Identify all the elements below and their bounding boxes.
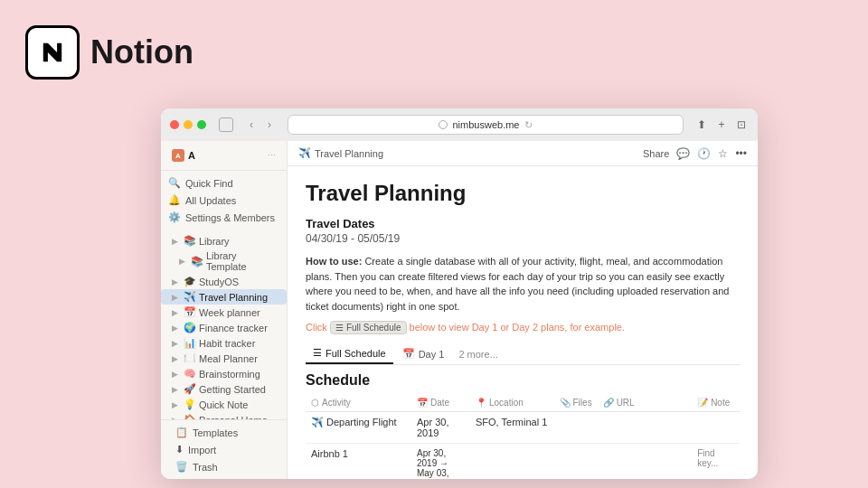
share-icon[interactable]: ⬆ — [694, 117, 709, 132]
sidebar-item-templates[interactable]: 📋 Templates — [168, 424, 279, 441]
tab-day1[interactable]: 📅 Day 1 — [395, 344, 452, 363]
browser-chrome: ‹ › nimbusweb.me ↻ ⬆ + ⊡ — [161, 108, 758, 141]
breadcrumb: ✈️ Travel Planning — [298, 147, 383, 159]
top-bar: ✈️ Travel Planning Share 💬 🕐 ☆ ••• — [288, 141, 758, 166]
page-icon: 🌍 — [184, 322, 196, 333]
import-icon: ⬇ — [175, 444, 184, 455]
sidebar-item-settings[interactable]: ⚙️ Settings & Members — [161, 209, 287, 226]
row-activity: Airbnb 1 — [306, 444, 411, 480]
row-icon: ✈️ — [311, 417, 324, 427]
url-text: nimbusweb.me — [453, 119, 520, 130]
sidebar-item-quicknote[interactable]: ▶ 💡 Quick Note — [161, 397, 287, 412]
more-icon[interactable]: ••• — [735, 147, 747, 160]
page-label: Travel Planning — [199, 292, 268, 303]
browser-content: A A ⋯ 🔍 Quick Find 🔔 All Updates ⚙️ Sett… — [161, 141, 758, 479]
how-label: How to use: — [306, 256, 362, 267]
sidebar-item-meal[interactable]: ▶ 🍽️ Meal Planner — [161, 351, 287, 366]
forward-button[interactable]: › — [262, 117, 277, 132]
browser-window: ‹ › nimbusweb.me ↻ ⬆ + ⊡ A A ⋯ — [161, 108, 758, 479]
updates-icon: 🔔 — [168, 194, 181, 206]
row-files — [554, 412, 598, 444]
minimize-button[interactable] — [184, 120, 193, 129]
table-row: ✈️Departing Flight Apr 30, 2019 SFO, Ter… — [306, 412, 740, 444]
sidebar-item-library[interactable]: ▶ 📚 Library — [161, 233, 287, 249]
main-content: ✈️ Travel Planning Share 💬 🕐 ☆ ••• Trave… — [288, 141, 758, 479]
page-icon: 📚 — [184, 235, 196, 247]
schedule-title: Schedule — [306, 372, 740, 389]
header-files: 📎Files — [554, 394, 598, 412]
close-button[interactable] — [170, 120, 179, 129]
toggle-icon: ▶ — [172, 277, 181, 286]
sidebar-item-allupdates[interactable]: 🔔 All Updates — [161, 192, 287, 209]
page-icon: 🍽️ — [184, 352, 196, 364]
maximize-button[interactable] — [197, 120, 206, 129]
page-icon: ✈️ — [184, 291, 196, 303]
browser-nav: ‹ › — [244, 117, 277, 132]
all-updates-label: All Updates — [185, 195, 236, 206]
quick-find-label: Quick Find — [185, 178, 233, 189]
sidebar-toggle-icon[interactable]: ⊡ — [734, 117, 749, 132]
sidebar-top: A A ⋯ — [161, 141, 287, 171]
sidebar-item-trash[interactable]: 🗑️ Trash — [168, 458, 279, 475]
page-label: Brainstorming — [199, 369, 260, 380]
row-url — [598, 412, 693, 444]
workspace-selector[interactable]: A A ⋯ — [168, 146, 279, 164]
sidebar-item-personalhome[interactable]: ▶ 🏠 Personal Home — [161, 412, 287, 419]
new-tab-icon[interactable]: + — [714, 117, 729, 132]
toggle-icon: ▶ — [172, 293, 181, 302]
row-url — [598, 444, 693, 480]
how-text: Create a single database with all of you… — [306, 256, 729, 312]
clock-icon[interactable]: 🕐 — [697, 147, 711, 160]
sidebar-item-brainstorm[interactable]: ▶ 🧠 Brainstorming — [161, 366, 287, 381]
share-button[interactable]: Share — [643, 148, 669, 159]
travel-dates-heading: Travel Dates — [306, 217, 740, 230]
tab-day1-icon: 📅 — [402, 348, 415, 360]
tab-day1-label: Day 1 — [419, 349, 445, 360]
how-to-use: How to use: Create a single database wit… — [306, 254, 740, 314]
sidebar-item-studyos[interactable]: ▶ 🎓 StudyOS — [161, 274, 287, 289]
page-title: Travel Planning — [306, 181, 740, 206]
sidebar-bottom: 📋 Templates ⬇ Import 🗑️ Trash — [161, 419, 287, 479]
header-notes: 📝Note — [692, 394, 740, 412]
sidebar-item-library-template[interactable]: ▶ 📚 Library Template — [161, 249, 287, 274]
header-url: 🔗URL — [598, 394, 693, 412]
notion-brand: Notion — [25, 25, 193, 80]
toggle-icon: ▶ — [172, 370, 181, 379]
toggle-icon: ▶ — [172, 400, 181, 409]
notion-brand-name: Notion — [90, 33, 193, 71]
page-label: Library — [199, 236, 230, 247]
back-button[interactable]: ‹ — [244, 117, 259, 132]
location-col-icon: 📍 — [476, 398, 486, 408]
page-label: Habit tracker — [199, 338, 255, 349]
header-location: 📍Location — [470, 394, 554, 412]
tab-more[interactable]: 2 more... — [453, 345, 503, 363]
row-date: Apr 30, 2019 →May 03, 2019 — [411, 444, 470, 480]
toggle-icon: ▶ — [172, 237, 181, 246]
row-date: Apr 30, 2019 — [411, 412, 470, 444]
workspace-chevron: ⋯ — [268, 151, 276, 160]
sidebar: A A ⋯ 🔍 Quick Find 🔔 All Updates ⚙️ Sett… — [161, 141, 288, 479]
page-body: Travel Planning Travel Dates 04/30/19 - … — [288, 166, 758, 479]
sidebar-item-gettingstarted[interactable]: ▶ 🚀 Getting Started — [161, 381, 287, 397]
click-text: Click — [306, 322, 327, 333]
page-icon: 📚 — [191, 256, 203, 267]
page-label: Meal Planner — [199, 353, 258, 364]
trash-label: Trash — [193, 462, 218, 473]
refresh-icon[interactable]: ↻ — [524, 119, 533, 131]
star-icon[interactable]: ☆ — [718, 147, 728, 160]
tab-icon — [219, 117, 233, 132]
tabs: ☰ Full Schedule 📅 Day 1 2 more... — [306, 343, 740, 365]
sidebar-item-import[interactable]: ⬇ Import — [168, 441, 279, 458]
tab-full-schedule[interactable]: ☰ Full Schedule — [306, 343, 393, 364]
sidebar-item-habit[interactable]: ▶ 📊 Habit tracker — [161, 335, 287, 351]
address-bar[interactable]: nimbusweb.me ↻ — [288, 115, 684, 135]
schedule-badge[interactable]: ☰ Full Schedule — [330, 321, 407, 334]
toggle-icon: ▶ — [172, 339, 181, 348]
comment-icon[interactable]: 💬 — [676, 147, 690, 160]
sidebar-item-weekplanner[interactable]: ▶ 📅 Week planner — [161, 305, 287, 320]
sidebar-item-finance[interactable]: ▶ 🌍 Finance tracker — [161, 320, 287, 335]
notes-col-icon: 📝 — [697, 398, 708, 408]
sidebar-item-travel[interactable]: ▶ ✈️ Travel Planning — [161, 289, 287, 305]
page-icon: 💡 — [184, 399, 196, 410]
sidebar-item-quickfind[interactable]: 🔍 Quick Find — [161, 174, 287, 192]
